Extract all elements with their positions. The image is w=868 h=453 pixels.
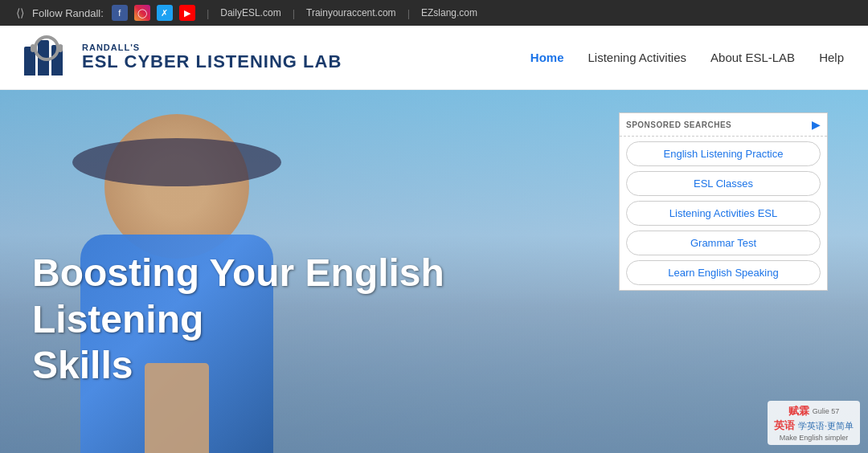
divider1: | [207, 7, 209, 19]
logo-icon [24, 34, 72, 82]
ad-links-container: English Listening Practice ESL Classes L… [620, 137, 827, 290]
watermark: 赋霖 Gulie 57 英语 学英语·更简单 Make English simp… [768, 401, 860, 445]
headphone-icon [34, 35, 59, 61]
trainyouraccent-link[interactable]: Trainyouraccent.com [306, 7, 396, 18]
youtube-icon[interactable]: ▶ [179, 5, 195, 21]
follow-label: Follow Randall: [32, 7, 104, 19]
instagram-icon[interactable]: ◯ [134, 5, 150, 21]
sponsored-ad-box: SPONSORED SEARCHES ▶ English Listening P… [619, 112, 828, 291]
nav-listening-activities[interactable]: Listening Activities [588, 51, 686, 64]
hero-section: Boosting Your English Listening Skills S… [0, 90, 868, 453]
ad-link-4[interactable]: Grammar Test [626, 231, 821, 255]
logo-text: RANDALL'S ESL CYBER LISTENING LAB [82, 43, 342, 71]
divider3: | [407, 7, 410, 19]
ad-arrow-icon: ▶ [812, 118, 821, 131]
ad-link-1[interactable]: English Listening Practice [626, 141, 821, 166]
divider2: | [293, 7, 295, 19]
ad-header: SPONSORED SEARCHES ▶ [620, 113, 827, 137]
ad-link-5[interactable]: Learn English Speaking [626, 260, 821, 285]
main-nav: Home Listening Activities About ESL-LAB … [530, 51, 844, 64]
watermark-tagline-en: Make English simpler [780, 434, 849, 442]
watermark-middle: 英语 学英语·更简单 [774, 418, 854, 433]
ad-link-2[interactable]: ESL Classes [626, 171, 821, 196]
share-icon: ⟨⟩ [16, 6, 24, 19]
headphones [72, 138, 281, 186]
nav-bar: RANDALL'S ESL CYBER LISTENING LAB Home L… [0, 26, 868, 90]
top-bar: ⟨⟩ Follow Randall: f ◯ ✗ ▶ | DailyESL.co… [0, 0, 868, 26]
watermark-brand-cn2: 英语 [774, 418, 795, 433]
watermark-middle-cn: Gulie 57 [813, 407, 840, 415]
watermark-brand-cn: 赋霖 [788, 404, 809, 418]
ad-link-3[interactable]: Listening Activities ESL [626, 201, 821, 226]
hero-text: Boosting Your English Listening Skills [32, 250, 474, 389]
twitter-icon[interactable]: ✗ [157, 5, 173, 21]
nav-about[interactable]: About ESL-LAB [710, 51, 795, 64]
watermark-tagline-cn: 学英语·更简单 [798, 420, 854, 432]
ezslang-link[interactable]: EZslang.com [421, 7, 477, 18]
nav-home[interactable]: Home [530, 51, 564, 64]
sponsored-label: SPONSORED SEARCHES [626, 120, 731, 129]
watermark-top: 赋霖 Gulie 57 [788, 404, 840, 418]
hero-heading: Boosting Your English Listening Skills [32, 250, 474, 389]
nav-help[interactable]: Help [819, 51, 844, 64]
facebook-icon[interactable]: f [112, 5, 128, 21]
logo-main: ESL CYBER LISTENING LAB [82, 52, 342, 71]
social-icons-group: f ◯ ✗ ▶ [112, 5, 195, 21]
dailyesl-link[interactable]: DailyESL.com [220, 7, 280, 18]
logo-area: RANDALL'S ESL CYBER LISTENING LAB [24, 34, 342, 82]
